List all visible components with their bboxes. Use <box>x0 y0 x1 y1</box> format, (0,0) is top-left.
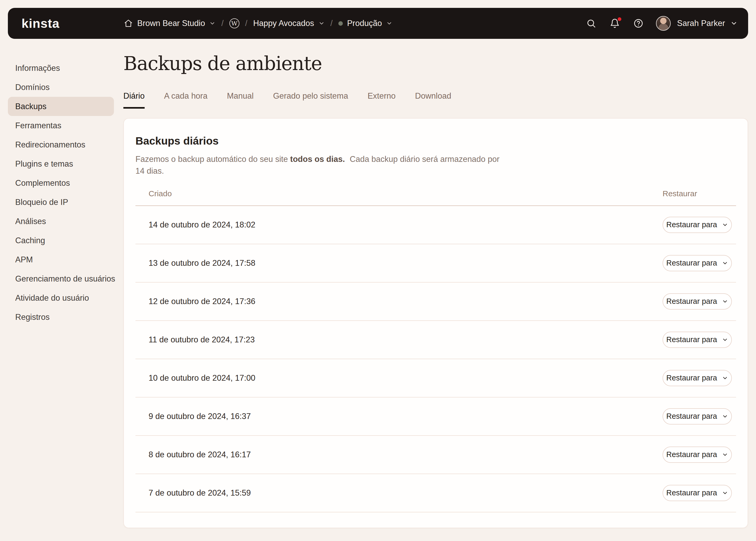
restore-button[interactable]: Restaurar para <box>663 485 732 501</box>
kinsta-logo[interactable]: kinsta <box>22 16 60 31</box>
tab-a-cada-hora[interactable]: A cada hora <box>164 91 207 109</box>
help-icon[interactable] <box>633 18 643 28</box>
backup-created-date: 7 de outubro de 2024, 15:59 <box>135 488 663 498</box>
table-row: 14 de outubro de 2024, 18:02 Restaurar p… <box>135 206 736 244</box>
tab-bar: DiárioA cada horaManualGerado pelo siste… <box>123 91 748 109</box>
search-icon[interactable] <box>586 18 596 28</box>
breadcrumb-environment[interactable]: Produção <box>338 19 392 28</box>
tab-externo[interactable]: Externo <box>367 91 396 109</box>
table-header: Criado Restaurar <box>135 189 736 206</box>
page-title: Backups de ambiente <box>123 53 748 75</box>
sidebar-item-redirecionamentos[interactable]: Redirecionamentos <box>0 135 118 154</box>
sidebar-item-registros[interactable]: Registros <box>0 307 118 327</box>
user-name: Sarah Parker <box>677 19 725 28</box>
chevron-down-icon <box>722 298 728 304</box>
tab-diario[interactable]: Diário <box>123 91 145 109</box>
sidebar: InformaçõesDomíniosBackupsFerramentasRed… <box>0 39 118 327</box>
sidebar-item-bloqueio-de-ip[interactable]: Bloqueio de IP <box>0 193 118 212</box>
bell-icon[interactable] <box>610 18 620 28</box>
table-row: 7 de outubro de 2024, 15:59 Restaurar pa… <box>135 474 736 512</box>
table-row: 8 de outubro de 2024, 16:17 Restaurar pa… <box>135 436 736 474</box>
restore-button[interactable]: Restaurar para <box>663 217 732 233</box>
sidebar-item-label: Caching <box>15 236 45 245</box>
chevron-down-icon <box>722 336 728 343</box>
sidebar-item-ferramentas[interactable]: Ferramentas <box>0 116 118 135</box>
sidebar-item-plugins-e-temas[interactable]: Plugins e temas <box>0 154 118 174</box>
restore-button[interactable]: Restaurar para <box>663 255 732 271</box>
sidebar-item-apm[interactable]: APM <box>0 250 118 269</box>
card-description-prefix: Fazemos o backup automático do seu site <box>135 155 290 164</box>
tab-download[interactable]: Download <box>415 91 451 109</box>
top-bar: kinsta Brown Bear Studio / W / Happy Avo… <box>8 8 748 39</box>
sidebar-item-dominios[interactable]: Domínios <box>0 78 118 97</box>
restore-button-label: Restaurar para <box>666 221 717 229</box>
card-description-bold: todos os dias. <box>290 155 345 164</box>
backups-table-body: 14 de outubro de 2024, 18:02 Restaurar p… <box>135 206 736 512</box>
backup-created-date: 13 de outubro de 2024, 17:58 <box>135 259 663 268</box>
sidebar-item-label: Atividade do usuário <box>15 293 89 303</box>
restore-button-label: Restaurar para <box>666 450 717 459</box>
backup-created-date: 14 de outubro de 2024, 18:02 <box>135 220 663 230</box>
table-row: 11 de outubro de 2024, 17:23 Restaurar p… <box>135 321 736 359</box>
avatar[interactable] <box>656 16 671 31</box>
sidebar-item-label: Bloqueio de IP <box>15 198 68 207</box>
breadcrumb-environment-label: Produção <box>347 19 382 28</box>
restore-button-label: Restaurar para <box>666 412 717 420</box>
sidebar-item-label: Gerenciamento de usuários <box>15 274 115 283</box>
breadcrumb-site[interactable]: Happy Avocados <box>253 19 324 28</box>
breadcrumb-company-label: Brown Bear Studio <box>137 19 205 28</box>
restore-button-label: Restaurar para <box>666 488 717 497</box>
backups-card: Backups diários Fazemos o backup automát… <box>123 118 748 528</box>
tab-manual[interactable]: Manual <box>227 91 254 109</box>
sidebar-item-atividade-do-usuario[interactable]: Atividade do usuário <box>0 288 118 307</box>
wordpress-icon: W <box>229 18 239 28</box>
restore-button[interactable]: Restaurar para <box>663 332 732 348</box>
restore-button[interactable]: Restaurar para <box>663 293 732 309</box>
sidebar-item-label: Ferramentas <box>15 121 61 130</box>
breadcrumb-separator: / <box>245 19 248 28</box>
sidebar-item-label: Redirecionamentos <box>15 140 85 150</box>
breadcrumb-separator: / <box>330 19 333 28</box>
restore-button[interactable]: Restaurar para <box>663 446 732 463</box>
restore-button[interactable]: Restaurar para <box>663 408 732 424</box>
sidebar-item-analises[interactable]: Análises <box>0 212 118 231</box>
column-header-restore: Restaurar <box>663 189 732 198</box>
backup-created-date: 9 de outubro de 2024, 16:37 <box>135 412 663 421</box>
chevron-down-icon <box>722 260 728 266</box>
table-row: 9 de outubro de 2024, 16:37 Restaurar pa… <box>135 397 736 436</box>
chevron-down-icon <box>722 490 728 496</box>
sidebar-item-caching[interactable]: Caching <box>0 231 118 250</box>
backup-created-date: 8 de outubro de 2024, 16:17 <box>135 450 663 459</box>
sidebar-item-informacoes[interactable]: Informações <box>0 59 118 78</box>
sidebar-item-label: Backups <box>15 102 46 111</box>
tab-gerado-pelo-sistema[interactable]: Gerado pelo sistema <box>273 91 348 109</box>
chevron-down-icon <box>722 375 728 381</box>
sidebar-item-complementos[interactable]: Complementos <box>0 174 118 193</box>
chevron-down-icon <box>386 20 392 27</box>
backup-created-date: 10 de outubro de 2024, 17:00 <box>135 373 663 383</box>
table-row: 13 de outubro de 2024, 17:58 Restaurar p… <box>135 244 736 282</box>
breadcrumb-company[interactable]: Brown Bear Studio <box>124 19 216 28</box>
sidebar-item-label: Análises <box>15 217 46 226</box>
notification-badge <box>618 17 621 21</box>
sidebar-item-backups[interactable]: Backups <box>8 97 114 116</box>
sidebar-item-label: APM <box>15 255 33 265</box>
table-row: 10 de outubro de 2024, 17:00 Restaurar p… <box>135 359 736 397</box>
backup-created-date: 12 de outubro de 2024, 17:36 <box>135 297 663 306</box>
restore-button[interactable]: Restaurar para <box>663 370 732 386</box>
chevron-down-icon <box>722 413 728 419</box>
sidebar-item-label: Informações <box>15 64 60 73</box>
chevron-down-icon <box>722 451 728 458</box>
chevron-down-icon <box>318 20 325 27</box>
breadcrumb-site-label: Happy Avocados <box>253 19 314 28</box>
topbar-actions: Sarah Parker <box>573 16 738 31</box>
chevron-down-icon[interactable] <box>730 20 738 27</box>
restore-button-label: Restaurar para <box>666 297 717 306</box>
sidebar-item-gerenciamento-de-usuarios[interactable]: Gerenciamento de usuários <box>0 269 118 288</box>
sidebar-item-label: Complementos <box>15 179 70 188</box>
sidebar-item-label: Domínios <box>15 83 50 92</box>
environment-status-dot <box>338 21 343 26</box>
chevron-down-icon <box>209 20 216 27</box>
column-header-created: Criado <box>135 189 663 198</box>
restore-button-label: Restaurar para <box>666 259 717 268</box>
